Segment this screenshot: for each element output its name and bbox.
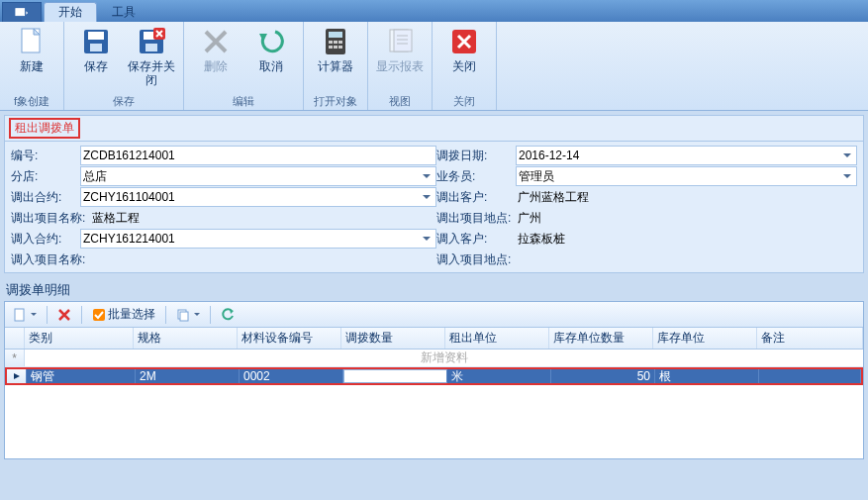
- field-out-loc: 广州: [516, 208, 857, 228]
- grid-header-row: 类别 规格 材料设备编号 调拨数量 租出单位 库存单位数量 库存单位 备注: [5, 328, 863, 350]
- field-clerk[interactable]: 管理员: [516, 166, 857, 186]
- close-button[interactable]: 关闭: [436, 24, 492, 91]
- label-branch: 分店:: [11, 168, 80, 185]
- save-close-button[interactable]: 保存并关闭: [124, 24, 179, 91]
- cell-unit1[interactable]: 米: [447, 369, 551, 383]
- field-no[interactable]: ZCDB161214001: [80, 146, 436, 165]
- new-button[interactable]: 新建: [4, 24, 59, 91]
- svg-rect-4: [88, 32, 104, 40]
- field-in-proj: [90, 250, 436, 269]
- new-row[interactable]: * 新增资料: [5, 350, 863, 367]
- ribbon-group-open: 计算器 打开对象: [304, 22, 368, 110]
- svg-rect-5: [90, 44, 102, 51]
- app-menu-button[interactable]: [2, 2, 42, 22]
- floppy-close-icon: [136, 26, 167, 57]
- field-out-proj: 蓝格工程: [90, 208, 436, 228]
- svg-rect-28: [180, 312, 188, 321]
- cancel-button[interactable]: 取消: [243, 24, 299, 91]
- form-title-highlight: 租出调拨单: [9, 118, 80, 139]
- label-in-cust: 调入客户:: [436, 231, 516, 248]
- svg-rect-16: [329, 46, 333, 49]
- grid-toolbar: 批量选择: [5, 302, 863, 328]
- field-in-loc: [516, 250, 857, 269]
- label-in-proj: 调入项目名称:: [11, 251, 90, 268]
- undo-icon: [255, 26, 287, 57]
- floppy-icon: [80, 26, 112, 57]
- data-grid[interactable]: 类别 规格 材料设备编号 调拨数量 租出单位 库存单位数量 库存单位 备注 * …: [5, 328, 863, 458]
- detail-heading: 调拨单明细: [4, 279, 864, 301]
- col-spec[interactable]: 规格: [134, 328, 238, 349]
- chevron-down-icon[interactable]: [840, 169, 854, 183]
- col-unit2[interactable]: 库存单位: [653, 328, 757, 349]
- tb-refresh-button[interactable]: [217, 305, 239, 325]
- report-icon: [384, 26, 416, 57]
- chevron-down-icon[interactable]: [420, 169, 434, 183]
- svg-rect-14: [334, 41, 338, 44]
- svg-rect-25: [15, 309, 24, 321]
- field-in-contract[interactable]: ZCHY161214001: [80, 229, 436, 249]
- svg-rect-8: [145, 44, 157, 51]
- delete-x-icon: [200, 26, 232, 57]
- tb-new-button[interactable]: [9, 305, 41, 325]
- chevron-down-icon[interactable]: [420, 232, 434, 246]
- chevron-down-icon[interactable]: [420, 190, 434, 204]
- ribbon-tabbar: 开始 工具: [0, 0, 868, 22]
- col-stock[interactable]: 库存单位数量: [549, 328, 653, 349]
- table-row[interactable]: 钢管 2M 0002 100 米 50 根: [5, 367, 863, 385]
- cell-unit2[interactable]: 根: [655, 369, 759, 383]
- col-qty[interactable]: 调拨数量: [341, 328, 445, 349]
- new-doc-icon: [16, 26, 48, 57]
- form-panel: 编号: ZCDB161214001 调拨日期: 2016-12-14 分店: 总…: [4, 142, 864, 273]
- cell-qty[interactable]: 100: [343, 369, 447, 383]
- svg-rect-18: [338, 46, 342, 49]
- cell-category[interactable]: 钢管: [27, 369, 136, 383]
- form-title: 租出调拨单: [4, 115, 864, 142]
- ribbon-group-close: 关闭 关闭: [433, 22, 497, 110]
- ribbon: 新建 f象创建 保存 保存并关闭 保存: [0, 22, 868, 111]
- calculator-icon: [320, 26, 351, 57]
- cell-stock[interactable]: 50: [551, 369, 655, 383]
- field-out-contract[interactable]: ZCHY161104001: [80, 187, 436, 207]
- svg-rect-15: [338, 41, 342, 44]
- label-in-loc: 调入项目地点:: [436, 251, 516, 268]
- ribbon-group-edit: 删除 取消 编辑: [184, 22, 304, 110]
- col-unit1[interactable]: 租出单位: [445, 328, 549, 349]
- tab-start[interactable]: 开始: [44, 2, 97, 22]
- col-code[interactable]: 材料设备编号: [238, 328, 341, 349]
- svg-rect-12: [329, 32, 342, 38]
- svg-rect-17: [334, 46, 338, 49]
- svg-rect-0: [16, 8, 25, 15]
- cell-code[interactable]: 0002: [240, 369, 343, 383]
- field-out-cust: 广州蓝格工程: [516, 187, 857, 207]
- tb-batch-button[interactable]: 批量选择: [88, 305, 159, 325]
- delete-button: 删除: [188, 24, 243, 91]
- tab-tools[interactable]: 工具: [97, 2, 150, 22]
- svg-rect-20: [394, 30, 412, 51]
- show-report-button: 显示报表: [372, 24, 428, 91]
- label-clerk: 业务员:: [436, 168, 516, 185]
- cell-remark[interactable]: [759, 369, 861, 383]
- field-branch[interactable]: 总店: [80, 166, 436, 186]
- label-in-contract: 调入合约:: [11, 231, 80, 248]
- calculator-button[interactable]: 计算器: [308, 24, 363, 91]
- label-date: 调拨日期:: [436, 148, 516, 164]
- label-out-loc: 调出项目地点:: [436, 210, 516, 227]
- close-icon: [448, 26, 480, 57]
- svg-rect-13: [329, 41, 333, 44]
- label-out-contract: 调出合约:: [11, 189, 80, 206]
- chevron-down-icon[interactable]: [840, 149, 854, 162]
- cell-spec[interactable]: 2M: [136, 369, 240, 383]
- ribbon-group-create: 新建 f象创建: [0, 22, 64, 110]
- ribbon-group-view: 显示报表 视图: [368, 22, 433, 110]
- col-category[interactable]: 类别: [25, 328, 134, 349]
- tb-delete-button[interactable]: [53, 305, 75, 325]
- label-no: 编号:: [11, 148, 80, 164]
- grid-panel: 批量选择 类别 规格 材料设备编号 调拨数量 租出单位 库存单位数量 库存单位 …: [4, 301, 864, 459]
- tb-copy-button[interactable]: [172, 305, 204, 325]
- field-in-cust: 拉森板桩: [516, 229, 857, 249]
- label-out-proj: 调出项目名称:: [11, 210, 90, 227]
- col-remark[interactable]: 备注: [757, 328, 863, 349]
- grid-body[interactable]: * 新增资料 钢管 2M 0002 100 米 50 根: [5, 350, 863, 458]
- field-date[interactable]: 2016-12-14: [516, 146, 857, 165]
- save-button[interactable]: 保存: [68, 24, 124, 91]
